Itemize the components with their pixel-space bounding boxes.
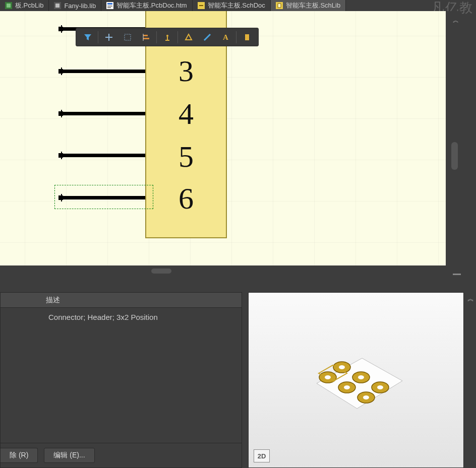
svg-point-27 <box>363 395 369 399</box>
pin-number: 4 <box>178 97 194 131</box>
pcblib-icon <box>5 2 12 9</box>
panel-splitter-handle[interactable] <box>453 274 461 275</box>
button-label: 编辑 (E)... <box>53 451 85 460</box>
description-panel: 描述 Connector; Header; 3x2 Position 除 (R)… <box>0 292 242 468</box>
align-button[interactable] <box>137 29 155 45</box>
pin-wire[interactable] <box>62 154 145 157</box>
tab-pcbdoc-htm[interactable]: 智能车主板.PcbDoc.htm <box>101 0 192 11</box>
schdoc-icon <box>198 2 205 9</box>
svg-point-23 <box>358 375 364 379</box>
svg-rect-4 <box>107 3 112 5</box>
svg-rect-8 <box>199 5 203 6</box>
move-button[interactable] <box>99 29 118 45</box>
svg-point-22 <box>339 365 345 369</box>
chevron-up-icon[interactable]: ︽ <box>453 16 459 25</box>
edit-button[interactable]: 编辑 (E)... <box>44 448 94 463</box>
svg-point-26 <box>344 385 350 389</box>
button-label: 除 (R) <box>10 451 28 460</box>
chevron-up-icon[interactable]: ︽ <box>467 294 474 303</box>
svg-point-25 <box>325 375 331 379</box>
pin-number: 6 <box>178 181 194 216</box>
footprint-3d-icon <box>296 333 418 429</box>
tab-fanylib[interactable]: Fany-lib.lib <box>49 0 101 11</box>
scrollbar-thumb[interactable] <box>451 142 458 170</box>
toolbar-separator <box>156 31 157 43</box>
svg-point-24 <box>377 385 383 389</box>
tab-label: 智能车主板.PcbDoc.htm <box>116 1 187 10</box>
document-tab-bar: 板.PcbLib Fany-lib.lib 智能车主板.PcbDoc.htm 智… <box>0 0 476 11</box>
tab-label: Fany-lib.lib <box>64 2 96 10</box>
lib-icon <box>54 2 61 9</box>
tab-label: 板.PcbLib <box>15 1 43 10</box>
schlib-icon <box>276 2 283 9</box>
svg-rect-1 <box>7 4 11 8</box>
component-button[interactable] <box>237 29 256 45</box>
svg-point-13 <box>166 35 168 37</box>
toolbar-separator <box>236 31 236 43</box>
select-rect-button[interactable] <box>118 29 137 45</box>
toolbar-separator <box>177 31 178 43</box>
shape-button[interactable] <box>179 29 198 45</box>
delete-button[interactable]: 除 (R) <box>1 448 38 463</box>
pin-wire[interactable] <box>62 70 145 73</box>
footprint-preview[interactable]: 2D <box>248 292 464 468</box>
header-label: 描述 <box>46 296 60 305</box>
selection-marquee <box>54 185 153 209</box>
floating-toolbar: A <box>76 28 259 46</box>
svg-rect-12 <box>143 38 149 39</box>
tab-label: 智能车主板.SchLib <box>286 1 340 10</box>
preview-mode-toggle[interactable]: 2D <box>254 449 270 462</box>
tab-schlib[interactable]: 智能车主板.SchLib <box>271 0 346 11</box>
schematic-canvas-area: 3 4 5 6 <box>0 11 461 266</box>
svg-text:A: A <box>223 33 228 41</box>
description-text: Connector; Header; 3x2 Position <box>48 313 158 321</box>
panel-footer: 除 (R) 编辑 (E)... <box>1 443 242 467</box>
tab-pcblib[interactable]: 板.PcbLib <box>0 0 49 11</box>
schematic-canvas[interactable]: 3 4 5 6 <box>0 11 449 265</box>
svg-rect-10 <box>125 34 131 40</box>
horizontal-scrollbar-thumb[interactable] <box>151 269 171 274</box>
bottom-panel-area: 描述 Connector; Header; 3x2 Position 除 (R)… <box>0 292 476 468</box>
pin-wire[interactable] <box>62 112 145 115</box>
pin-number: 3 <box>178 54 194 89</box>
right-gutter: ︽ <box>465 292 476 453</box>
description-column-header[interactable]: 描述 <box>1 293 242 308</box>
tab-schdoc[interactable]: 智能车主板.SchDoc <box>193 0 271 11</box>
text-button[interactable]: A <box>216 29 235 45</box>
tab-label: 智能车主板.SchDoc <box>208 1 265 10</box>
line-button[interactable] <box>198 29 216 45</box>
snap-button[interactable] <box>158 29 176 45</box>
filter-button[interactable] <box>78 29 97 45</box>
vertical-scrollbar[interactable]: ︽ <box>446 11 461 266</box>
svg-rect-6 <box>107 7 111 8</box>
svg-rect-11 <box>143 35 148 36</box>
description-row[interactable]: Connector; Header; 3x2 Position <box>1 308 242 443</box>
pin-number: 5 <box>178 140 194 174</box>
svg-rect-15 <box>245 34 249 40</box>
htm-icon <box>106 2 113 9</box>
toolbar-separator <box>98 31 98 43</box>
svg-rect-5 <box>107 6 112 7</box>
mode-label: 2D <box>258 452 266 460</box>
